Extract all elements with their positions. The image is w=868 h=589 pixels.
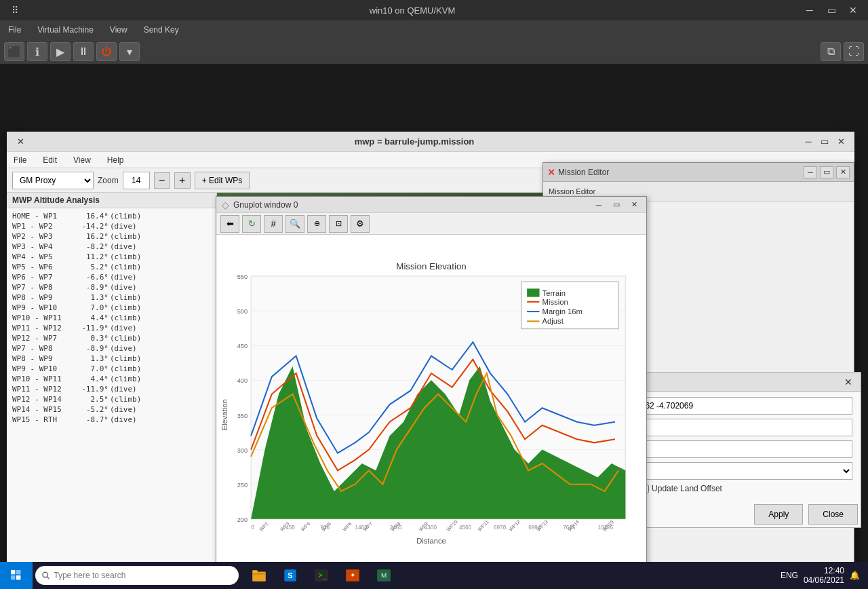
search-icon [42, 571, 50, 580]
app-icon: M [376, 567, 392, 584]
svg-rect-46 [11, 570, 15, 574]
altitude-row: WP10 - WP114.4°(climb) [9, 313, 214, 323]
vm-controls: ─ ▭ ✕ [800, 3, 863, 17]
app-menu-edit[interactable]: Edit [39, 154, 61, 166]
svg-text:2455: 2455 [390, 525, 403, 531]
legend-adjust-label: Adjust [542, 317, 564, 325]
gnuplot-zoom-out-btn[interactable]: 🔍 [285, 215, 304, 233]
altitude-row: WP12 - WP70.3°(climb) [9, 333, 214, 343]
vm-play-btn[interactable]: ▶ [50, 42, 71, 61]
me-maximize-btn[interactable]: ▭ [820, 166, 833, 178]
app-menu-file[interactable]: File [9, 154, 31, 166]
home-input[interactable] [611, 397, 852, 415]
altitude-row: WP6 - WP7-6.6°(dive) [9, 272, 214, 282]
svg-text:400: 400 [237, 377, 248, 384]
app-title: mwp = barrule-jump.mission [28, 136, 800, 147]
app-titlebar: ✕ mwp = barrule-jump.mission ─ ▭ ✕ [7, 132, 854, 152]
me-title: Mission Editor [558, 168, 801, 177]
altitude-input[interactable] [611, 440, 852, 458]
me-close-btn[interactable]: ✕ [836, 166, 850, 178]
notification-icon[interactable]: 🔔 [850, 571, 860, 580]
svg-rect-48 [11, 575, 15, 580]
altitude-row: WP9 - WP107.0°(climb) [9, 303, 214, 313]
gnuplot-grid-btn[interactable]: # [264, 215, 283, 233]
y-axis-label: Elevation [220, 399, 229, 430]
svg-text:300: 300 [237, 447, 248, 454]
apply-btn[interactable]: Apply [754, 504, 803, 525]
gnuplot-minimize-btn[interactable]: ─ [592, 199, 606, 211]
vm-minimize-btn[interactable]: ─ [800, 3, 819, 17]
gnuplot-zoom-in-btn[interactable]: ⊕ [307, 215, 326, 233]
zoom-minus-btn[interactable]: − [154, 172, 170, 189]
vm-maximize-btn[interactable]: ▭ [822, 3, 841, 17]
gnuplot-close-btn[interactable]: ✕ [627, 199, 641, 211]
gnuplot-toolbar: ⬅ ↻ # 🔍 ⊕ ⊡ ⚙ [216, 213, 646, 235]
app-menu-view[interactable]: View [69, 154, 95, 166]
altitude-row: WP8 - WP91.3°(climb) [9, 354, 214, 364]
app-maximize-btn[interactable]: ▭ [816, 135, 833, 149]
vm-display-btn[interactable]: ⬛ [4, 42, 24, 61]
proxy-select[interactable]: GM Proxy OSM Mapbox [12, 172, 94, 189]
vm-power-btn[interactable]: ⏻ [96, 42, 117, 61]
taskbar-store-icon[interactable]: S [275, 562, 305, 589]
taskbar-search-input[interactable] [54, 571, 232, 580]
update-land-label: Update Land Offset [652, 484, 722, 493]
altitude-row: WP11 - WP12-11.9°(dive) [9, 384, 214, 394]
edit-wps-btn[interactable]: + Edit WPs [195, 172, 250, 189]
svg-text:450: 450 [237, 343, 248, 349]
store-icon: S [282, 567, 298, 584]
gnuplot-arrow-btn[interactable]: ⬅ [220, 215, 239, 233]
folder-icon [251, 567, 267, 584]
start-button[interactable] [0, 562, 33, 589]
vm-info-btn[interactable]: ℹ [27, 42, 47, 61]
me-title2: Mission Editor [549, 187, 595, 195]
gnuplot-window: ◇ Gnuplot window 0 ─ ▭ ✕ ⬅ ↻ # 🔍 ⊕ ⊡ ⚙ [216, 196, 647, 562]
vm-toolbar: ⬛ ℹ ▶ ⏸ ⏻ ▾ ⧉ ⛶ [0, 39, 868, 64]
mode-select[interactable]: Mission Waypoints Auto [611, 462, 852, 480]
vm-fullscreen-btn[interactable]: ⛶ [844, 42, 864, 61]
vm-menu-sendkey[interactable]: Send Key [141, 24, 182, 36]
zoom-plus-btn[interactable]: + [174, 172, 191, 189]
app-close-btn[interactable]: ✕ [12, 135, 28, 149]
svg-text:550: 550 [237, 273, 248, 280]
vm-menu-vm[interactable]: Virtual Machine [35, 24, 96, 36]
terminal-icon: >_ [313, 567, 330, 584]
gnuplot-refresh-btn[interactable]: ↻ [242, 215, 261, 233]
altitude-row: WP5 - WP65.2°(climb) [9, 262, 214, 272]
taskbar-search-box[interactable] [35, 566, 239, 585]
legend-margin-label: Margin 16m [542, 307, 583, 316]
app-menu-help[interactable]: Help [103, 154, 128, 166]
svg-text:✦: ✦ [350, 571, 355, 579]
drag-handle[interactable]: ⠿ [5, 3, 24, 17]
vm-menu-view[interactable]: View [107, 24, 130, 36]
svg-text:916: 916 [320, 525, 330, 531]
vm-close-btn[interactable]: ✕ [844, 3, 863, 17]
app-minimize-btn[interactable]: ─ [800, 135, 816, 149]
app-close2-btn[interactable]: ✕ [833, 135, 849, 149]
gnuplot-fit-btn[interactable]: ⊡ [329, 215, 348, 233]
vm-pause-btn[interactable]: ⏸ [73, 42, 94, 61]
taskbar-explorer-icon[interactable] [244, 562, 274, 589]
close-btn[interactable]: Close [808, 504, 858, 525]
taskbar-app-icon[interactable]: M [369, 562, 399, 589]
svg-rect-53 [252, 570, 258, 572]
altitude-table: HOME - WP116.4°(climb)WP1 - WP2-14.2°(di… [7, 208, 216, 562]
elevation-input[interactable] [611, 419, 852, 436]
vm-titlebar: ⠿ win10 on QEMU/KVM ─ ▭ ✕ [0, 0, 868, 20]
vm-menu-file[interactable]: File [5, 24, 24, 36]
legend-terrain-swatch [527, 288, 539, 297]
svg-line-51 [47, 577, 50, 579]
analysis-close-btn[interactable]: ✕ [842, 375, 855, 389]
me-minimize-btn[interactable]: ─ [804, 166, 817, 178]
svg-text:6978: 6978 [494, 525, 507, 531]
vm-screenshot-btn[interactable]: ⧉ [821, 42, 841, 61]
zoom-input[interactable] [123, 172, 150, 189]
altitude-row: WP14 - WP15-5.2°(dive) [9, 404, 214, 415]
gnuplot-maximize-btn[interactable]: ▭ [610, 199, 623, 211]
taskbar-terminal-icon[interactable]: >_ [307, 562, 336, 589]
taskbar-settings-icon[interactable]: ✦ [338, 562, 368, 589]
gnuplot-settings-btn[interactable]: ⚙ [351, 215, 370, 233]
vm-chevron-btn[interactable]: ▾ [119, 42, 140, 61]
altitude-row: WP2 - WP316.2°(climb) [9, 231, 214, 242]
svg-rect-49 [16, 575, 20, 580]
